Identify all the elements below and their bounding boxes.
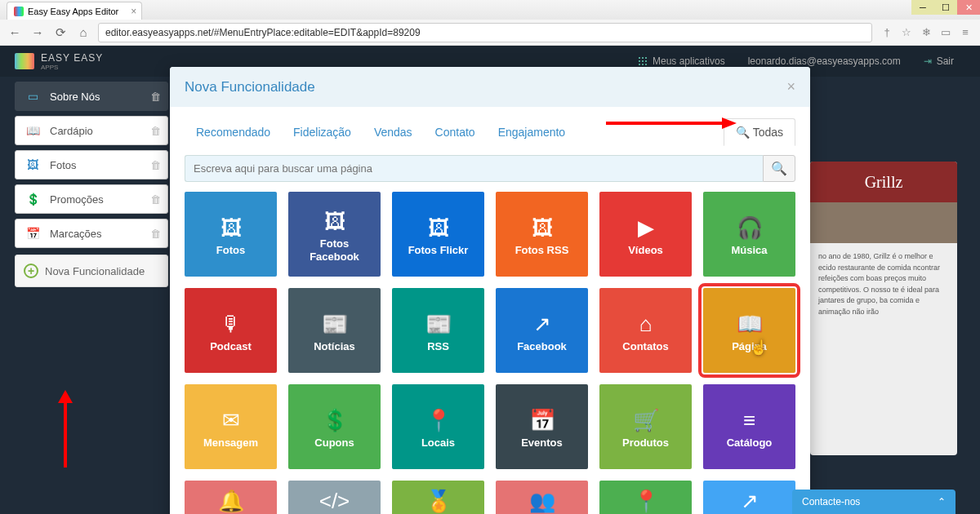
search-button[interactable]: 🔍	[763, 155, 795, 182]
contact-widget[interactable]: Contacte-nos ⌃	[792, 490, 956, 514]
annotation-arrow-up	[53, 390, 78, 472]
tile-contatos[interactable]: ⌂Contatos	[599, 288, 692, 373]
modal-tabs: Recomendado Fidelização Vendas Contato E…	[170, 107, 810, 145]
tile-icon: ✉	[222, 404, 240, 436]
tile-catálogo[interactable]: ≡Catálogo	[703, 384, 795, 469]
tile-podcast[interactable]: 🎙Podcast	[185, 288, 277, 373]
browser-tab[interactable]: Easy Easy Apps Editor ×	[7, 2, 142, 20]
bookmark-icon[interactable]: †	[879, 24, 895, 41]
sidebar-item-photos[interactable]: 🖼 Fotos 🗑	[15, 150, 168, 179]
tile-fotos-rss[interactable]: 🖼Fotos RSS	[496, 192, 588, 277]
sidebar-item-about[interactable]: ▭ Sobre Nós 🗑	[15, 82, 168, 111]
modal-close-icon[interactable]: ×	[786, 78, 795, 95]
menu-icon[interactable]: ≡	[957, 24, 973, 41]
back-icon[interactable]: ←	[7, 24, 23, 41]
tile-notícias[interactable]: 📰Notícias	[288, 288, 381, 373]
chevron-up-icon: ⌃	[938, 496, 946, 507]
tile-item-23[interactable]: ↗	[703, 481, 795, 514]
tile-cupons[interactable]: 💲Cupons	[288, 384, 381, 469]
tab-sales[interactable]: Vendas	[363, 119, 424, 145]
tile-rss[interactable]: 📰RSS	[392, 288, 484, 373]
search-input[interactable]	[185, 155, 763, 182]
url-input[interactable]	[98, 23, 872, 42]
tile-item-20[interactable]: 🏅	[392, 481, 484, 514]
tile-label: Notícias	[314, 340, 355, 353]
tiles-grid: 🖼Fotos🖼Fotos Facebook🖼Fotos Flickr🖼Fotos…	[170, 192, 810, 514]
tile-icon: 🖼	[324, 205, 345, 237]
tile-vídeos[interactable]: ▶Vídeos	[599, 192, 692, 277]
trash-icon[interactable]: 🗑	[150, 91, 161, 103]
tile-fotos[interactable]: 🖼Fotos	[185, 192, 277, 277]
grid-icon	[638, 56, 648, 66]
forward-icon[interactable]: →	[29, 24, 46, 41]
tab-engagement[interactable]: Engajamento	[487, 119, 577, 145]
tile-icon: 🔔	[218, 487, 244, 514]
logo-icon	[15, 53, 34, 69]
sidebar: ▭ Sobre Nós 🗑 📖 Cardápio 🗑 🖼 Fotos 🗑 💲 P…	[15, 82, 168, 287]
tile-icon: 🏅	[425, 487, 452, 514]
add-functionality-button[interactable]: + Nova Funcionalidade	[15, 255, 168, 287]
tile-icon: 📖	[737, 308, 763, 340]
tab-loyalty[interactable]: Fidelização	[282, 119, 363, 145]
tile-fotos-flickr[interactable]: 🖼Fotos Flickr	[392, 192, 484, 277]
extension-icon[interactable]: ❄	[918, 24, 934, 41]
star-icon[interactable]: ☆	[898, 24, 915, 41]
tile-página[interactable]: 📖Página	[703, 288, 795, 373]
browser-tab-bar: Easy Easy Apps Editor × ─ ☐ ✕	[0, 0, 980, 20]
tile-icon: </>	[319, 487, 350, 514]
trash-icon[interactable]: 🗑	[150, 125, 161, 137]
svg-marker-3	[722, 117, 737, 129]
tile-icon: ▶	[638, 211, 654, 244]
tab-contact[interactable]: Contato	[424, 119, 487, 145]
tile-produtos[interactable]: 🛒Produtos	[599, 384, 692, 469]
plus-icon: +	[24, 264, 38, 278]
tile-label: Podcast	[210, 340, 252, 353]
tile-fotos-facebook[interactable]: 🖼Fotos Facebook	[288, 192, 381, 277]
extension2-icon[interactable]: ▭	[938, 24, 954, 41]
tab-recommended[interactable]: Recomendado	[185, 119, 282, 145]
modal-title: Nova Funcionalidade	[185, 79, 315, 95]
sidebar-item-promos[interactable]: 💲 Promoções 🗑	[15, 184, 168, 214]
reload-icon[interactable]: ⟳	[52, 24, 69, 41]
tile-icon: ↗	[533, 308, 551, 340]
tile-label: Contatos	[622, 340, 668, 353]
trash-icon[interactable]: 🗑	[150, 228, 161, 240]
window-minimize[interactable]: ─	[911, 0, 934, 15]
search-icon: 🔍	[736, 126, 750, 139]
tile-item-19[interactable]: </>	[288, 481, 381, 514]
annotation-arrow-right	[606, 115, 737, 131]
tab-close-icon[interactable]: ×	[131, 6, 136, 17]
tile-locais[interactable]: 📍Locais	[392, 384, 484, 469]
image-icon: 🖼	[24, 157, 42, 172]
tile-item-22[interactable]: 📍	[599, 481, 692, 514]
home-icon[interactable]: ⌂	[75, 24, 91, 41]
tile-label: Fotos Facebook	[295, 237, 374, 263]
tile-label: Fotos	[216, 244, 245, 257]
window-maximize[interactable]: ☐	[934, 0, 957, 15]
new-functionality-modal: Nova Funcionalidade × Recomendado Fideli…	[170, 67, 810, 514]
tile-item-18[interactable]: 🔔	[185, 481, 277, 514]
tile-icon: 🖼	[428, 211, 449, 244]
trash-icon[interactable]: 🗑	[150, 159, 161, 171]
tile-label: Fotos RSS	[515, 244, 569, 257]
sidebar-item-bookings[interactable]: 📅 Marcações 🗑	[15, 219, 168, 248]
tile-label: Música	[731, 244, 767, 257]
logout-link[interactable]: ⇥ Sair	[912, 55, 965, 67]
calendar-icon: 📅	[24, 226, 42, 241]
tile-icon: 🖼	[220, 211, 242, 244]
user-email[interactable]: leonardo.dias@easyeasyapps.com	[737, 55, 912, 67]
my-apps-link[interactable]: Meus aplicativos	[626, 55, 737, 67]
tile-música[interactable]: 🎧Música	[703, 192, 795, 277]
tile-icon: ⌂	[639, 308, 653, 340]
tile-eventos[interactable]: 📅Eventos	[496, 384, 588, 469]
sidebar-item-menu[interactable]: 📖 Cardápio 🗑	[15, 116, 168, 145]
window-close[interactable]: ✕	[957, 0, 980, 15]
trash-icon[interactable]: 🗑	[150, 193, 161, 206]
tile-item-21[interactable]: 👥	[496, 481, 588, 514]
tile-label: Catálogo	[727, 436, 773, 450]
tile-mensagem[interactable]: ✉Mensagem	[185, 384, 277, 469]
tile-label: Facebook	[517, 340, 567, 353]
logo[interactable]: EASY EASY APPS	[15, 52, 103, 71]
tile-label: Locais	[421, 436, 455, 450]
tile-facebook[interactable]: ↗Facebook	[496, 288, 588, 373]
